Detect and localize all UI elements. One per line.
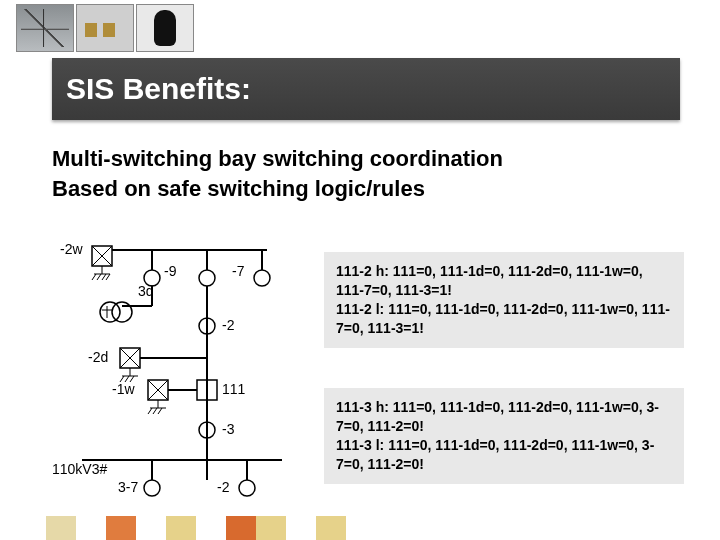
header-photo-device <box>136 4 194 52</box>
footer-square <box>226 516 256 540</box>
title-bar: SIS Benefits: <box>52 58 680 120</box>
svg-point-4 <box>199 270 215 286</box>
slide-title: SIS Benefits: <box>66 72 251 106</box>
lbl-top-mid: -9 <box>164 263 177 279</box>
footer-square <box>256 516 286 540</box>
lbl-3-7: 3-7 <box>118 479 138 495</box>
header-photo-padlocks <box>76 4 134 52</box>
svg-line-12 <box>92 274 96 280</box>
footer-square <box>76 516 106 540</box>
logic1-line1: 111-2 h: 111=0, 111-1d=0, 111-2d=0, 111-… <box>336 262 672 300</box>
footer-color-strip <box>46 516 346 540</box>
footer-square <box>316 516 346 540</box>
svg-line-38 <box>148 408 152 414</box>
logic2-line1: 111-3 h: 111=0, 111-1d=0, 111-2d=0, 111-… <box>336 398 672 436</box>
svg-point-6 <box>254 270 270 286</box>
header-photo-strip <box>16 4 194 52</box>
svg-line-13 <box>97 274 101 280</box>
lbl-mid-right: -2 <box>222 317 235 333</box>
lbl-bus: 110kV3# <box>52 461 107 477</box>
svg-point-19 <box>100 302 120 322</box>
lbl-top-left: -2w <box>60 241 83 257</box>
lbl-1w: -1w <box>112 381 135 397</box>
svg-line-39 <box>153 408 157 414</box>
lbl-111: 111 <box>222 381 246 397</box>
subtitle-line-1: Multi-switching bay switching coordinati… <box>52 146 680 172</box>
svg-line-40 <box>158 408 162 414</box>
svg-line-15 <box>106 274 110 280</box>
lbl-top-right: -7 <box>232 263 245 279</box>
single-line-diagram: -2w -9 -7 3d -2 -2d -1w 111 -3 110kV3# 3… <box>52 230 302 510</box>
logic2-line2: 111-3 l: 111=0, 111-1d=0, 111-2d=0, 111-… <box>336 436 672 474</box>
footer-square <box>196 516 226 540</box>
svg-point-48 <box>239 480 255 496</box>
footer-square <box>46 516 76 540</box>
logic1-line2: 111-2 l: 111=0, 111-1d=0, 111-2d=0, 111-… <box>336 300 672 338</box>
svg-point-46 <box>144 480 160 496</box>
subtitle-block: Multi-switching bay switching coordinati… <box>52 142 680 206</box>
lbl-b2: -2 <box>217 479 230 495</box>
footer-square <box>286 516 316 540</box>
logic-rules-box-1: 111-2 h: 111=0, 111-1d=0, 111-2d=0, 111-… <box>324 252 684 348</box>
lbl-3: -3 <box>222 421 235 437</box>
logic-rules-box-2: 111-3 h: 111=0, 111-1d=0, 111-2d=0, 111-… <box>324 388 684 484</box>
subtitle-line-2: Based on safe switching logic/rules <box>52 176 680 202</box>
footer-square <box>136 516 166 540</box>
footer-square <box>166 516 196 540</box>
footer-square <box>106 516 136 540</box>
header-photo-substation <box>16 4 74 52</box>
lbl-2d: -2d <box>88 349 108 365</box>
lbl-3d: 3d <box>138 283 154 299</box>
svg-line-14 <box>102 274 106 280</box>
